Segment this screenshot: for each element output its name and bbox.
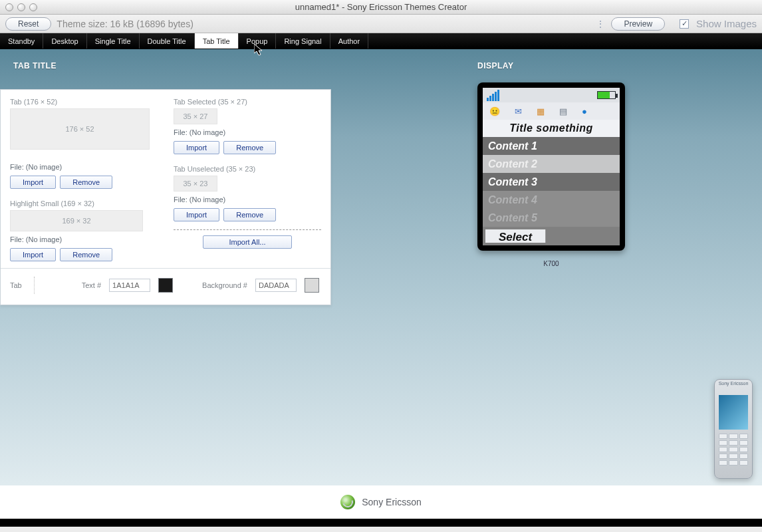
phone-statusbar xyxy=(483,88,620,102)
calendar-icon: ▦ xyxy=(537,106,545,116)
tab-title-panel: Tab (176 × 52) 176 × 52 File: (No image)… xyxy=(0,89,331,305)
text-hex-input[interactable] xyxy=(109,279,150,292)
bottom-strip xyxy=(0,519,762,527)
reset-button[interactable]: Reset xyxy=(5,17,51,31)
tab-remove-button[interactable]: Remove xyxy=(60,176,112,189)
tab-selected-swatch[interactable]: 35 × 27 xyxy=(174,108,217,124)
tab-size-label: Tab (176 × 52) xyxy=(10,98,158,106)
text-color-chip[interactable] xyxy=(158,278,173,293)
tab-import-button[interactable]: Import xyxy=(10,176,56,189)
tab-single-title[interactable]: Single Title xyxy=(87,33,140,49)
window-titlebar: unnamed1* - Sony Ericsson Themes Creator xyxy=(0,0,762,15)
bg-color-chip[interactable] xyxy=(305,278,319,293)
tab-double-title[interactable]: Double Title xyxy=(140,33,195,49)
workspace: TAB TITLE Tab (176 × 52) 176 × 52 File: … xyxy=(0,49,762,485)
phone-content-row: Content 1 xyxy=(483,137,620,155)
signal-icon xyxy=(487,90,499,101)
tab-popup[interactable]: Popup xyxy=(239,33,277,49)
phone-select-softkey: Select xyxy=(485,229,546,243)
text-hex-label: Text # xyxy=(82,281,101,289)
import-all-button[interactable]: Import All... xyxy=(203,235,292,249)
tab-unselected-remove-button[interactable]: Remove xyxy=(223,208,276,221)
sony-ericsson-logo-icon xyxy=(340,495,355,509)
tab-selected-file-label: File: (No image) xyxy=(174,128,321,136)
phone-model-label: K700 xyxy=(477,260,625,267)
bg-hex-label: Background # xyxy=(202,281,247,289)
phone-content-row: Content 2 xyxy=(483,155,620,173)
show-images-label: Show Images xyxy=(696,18,757,29)
highlight-size-label: Highlight Small (169 × 32) xyxy=(10,200,158,207)
bg-hex-input[interactable] xyxy=(255,279,297,292)
highlight-remove-button[interactable]: Remove xyxy=(60,248,112,261)
phone-appicons: 😐 ✉ ▦ ▤ ● xyxy=(483,102,620,120)
mail-icon: ✉ xyxy=(515,106,522,116)
display-heading: DISPLAY xyxy=(477,61,625,70)
tab-unselected-import-button[interactable]: Import xyxy=(174,208,219,221)
preview-button[interactable]: Preview xyxy=(611,17,665,31)
tab-selected-label: Tab Selected (35 × 27) xyxy=(174,98,321,106)
globe-icon: ● xyxy=(582,106,587,116)
tab-ring-signal[interactable]: Ring Signal xyxy=(276,33,330,49)
brand-bar: Sony Ericsson xyxy=(0,485,762,519)
highlight-file-label: File: (No image) xyxy=(10,235,158,243)
note-icon: ▤ xyxy=(559,106,567,116)
phone-preview: 😐 ✉ ▦ ▤ ● Title something Content 1Conte… xyxy=(477,82,625,251)
highlight-import-button[interactable]: Import xyxy=(10,248,56,261)
highlight-swatch[interactable]: 169 × 32 xyxy=(10,210,143,231)
color-footer: Tab Text # Background # xyxy=(1,268,330,305)
tab-unselected-label: Tab Unselected (35 × 23) xyxy=(174,165,321,173)
phone-title: Title something xyxy=(483,120,620,137)
tab-standby[interactable]: Standby xyxy=(0,33,43,49)
battery-icon xyxy=(597,91,616,99)
theme-size-label: Theme size: 16 kB (16896 bytes) xyxy=(57,19,193,29)
phone-thumbnail: Sony Ericsson xyxy=(714,379,753,479)
tab-swatch[interactable]: 176 × 52 xyxy=(10,108,150,150)
phone-content-row: Content 3 xyxy=(483,173,620,191)
window-title: unnamed1* - Sony Ericsson Themes Creator xyxy=(0,2,762,12)
tabstrip: StandbyDesktopSingle TitleDouble TitleTa… xyxy=(0,33,762,49)
toolbar: Reset Theme size: 16 kB (16896 bytes) ⋮ … xyxy=(0,15,762,33)
show-images-checkbox[interactable] xyxy=(680,19,689,29)
tab-unselected-file-label: File: (No image) xyxy=(174,196,321,203)
phone-content-row: Content 4 xyxy=(483,191,620,209)
tab-file-label: File: (No image) xyxy=(10,163,158,171)
smiley-icon: 😐 xyxy=(489,106,500,116)
footer-tab-label: Tab xyxy=(10,281,22,289)
tab-selected-remove-button[interactable]: Remove xyxy=(223,141,276,154)
footer-divider-icon xyxy=(34,277,35,294)
phone-thumbnail-brand: Sony Ericsson xyxy=(715,381,752,386)
phone-content-row: Content 5 xyxy=(483,209,620,227)
brand-label: Sony Ericsson xyxy=(362,497,421,507)
divider xyxy=(174,229,321,230)
tab-title-heading: TAB TITLE xyxy=(13,61,57,70)
tab-desktop[interactable]: Desktop xyxy=(43,33,86,49)
tab-tab-title[interactable]: Tab Title xyxy=(195,33,239,49)
toolbar-separator-icon: ⋮ xyxy=(596,19,606,29)
tab-unselected-swatch[interactable]: 35 × 23 xyxy=(174,176,217,192)
tab-author[interactable]: Author xyxy=(330,33,368,49)
tab-selected-import-button[interactable]: Import xyxy=(174,141,219,154)
